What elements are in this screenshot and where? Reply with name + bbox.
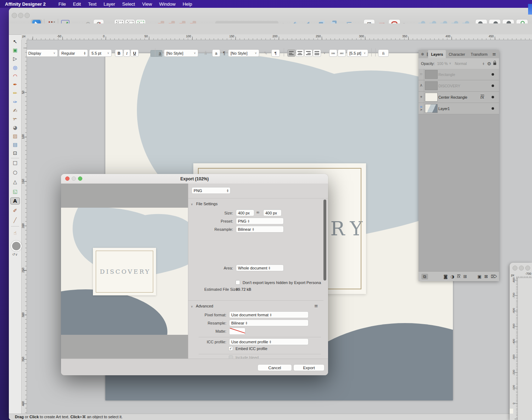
mask-layer-button[interactable]: ◙ (444, 274, 448, 279)
expand-icon[interactable]: > (420, 109, 422, 111)
fill-tool[interactable]: ◕ (10, 124, 20, 131)
alignment-dropdown[interactable]: ∨ (322, 49, 326, 57)
format-select[interactable]: PNG ▲▼ (192, 187, 231, 194)
link-dimensions-icon[interactable]: ∞ (256, 210, 260, 214)
layer-visibility-dot[interactable] (492, 107, 494, 110)
secondary-document-window[interactable]: px -700 -800-700-600-500-400-300-200-100… (510, 263, 532, 420)
pen-tool[interactable]: ✒ (10, 81, 20, 88)
align-left-button[interactable] (287, 49, 295, 57)
hand-tool[interactable]: ☝ (10, 229, 20, 236)
bold-button[interactable]: B (115, 49, 123, 57)
adjustment-layer-button[interactable]: ◑ (450, 274, 454, 279)
corner-tool[interactable]: ◠ (10, 72, 20, 80)
menu-layer[interactable]: Layer (104, 1, 115, 7)
ligatures-button[interactable]: fi (378, 49, 389, 57)
layer-row-center-rectangle[interactable]: ✳Center RectanglefX (419, 92, 499, 103)
vertical-ruler[interactable]: 50100150200250300350400 (21, 40, 27, 414)
layer-effects-button[interactable]: fX (457, 274, 460, 279)
opacity-value[interactable]: 100 % (437, 61, 448, 66)
dialog-scrollbar[interactable] (323, 200, 326, 280)
node-tool[interactable]: ▷ (10, 55, 20, 62)
minimize-window-button[interactable] (18, 13, 23, 18)
live-filter-button[interactable]: ⊞ (463, 274, 467, 279)
place-image-tool[interactable]: ▤ (10, 141, 20, 148)
chevron-down-icon[interactable]: ∨ (449, 62, 451, 65)
close-window-button[interactable] (512, 266, 517, 271)
font-style-select[interactable]: Regular ▲▼ (59, 49, 88, 57)
char-color-button[interactable]: a (157, 49, 163, 57)
preset-select[interactable]: PNG ▲▼ (236, 218, 284, 224)
char-style-select[interactable]: [No Style] ∨ (164, 49, 198, 57)
layer-row-layer1[interactable]: ≡>Layer1 (419, 103, 499, 114)
pencil-tool[interactable]: ✏ (10, 89, 20, 97)
tab-character[interactable]: Character (446, 51, 468, 58)
close-window-button[interactable] (12, 13, 17, 18)
transparency-tool[interactable]: ▨ (10, 132, 20, 140)
adv-resample-select[interactable]: Bilinear ▲▼ (229, 320, 309, 326)
layer-stack-button[interactable]: ⧉ (421, 274, 428, 279)
horizontal-ruler[interactable]: -50050100150200250300350400450 (27, 34, 532, 40)
style-picker-tool[interactable]: ✐ (10, 207, 20, 214)
rotate-view-icon[interactable]: ↺∨ (12, 253, 18, 256)
minimize-window-button[interactable] (519, 266, 524, 271)
advanced-menu-icon[interactable]: ≡ (314, 304, 318, 308)
menu-window[interactable]: Window (159, 1, 176, 7)
menu-view[interactable]: View (142, 1, 152, 7)
tab-layers[interactable]: Layers (428, 50, 446, 58)
layer-row-discovery[interactable]: ADISCOVERY (419, 80, 499, 92)
close-panel-icon[interactable]: ⊗ (421, 53, 424, 56)
show-typography-button[interactable]: a (212, 49, 220, 57)
menu-help[interactable]: Help (183, 1, 192, 7)
height-field[interactable]: 400 px (263, 209, 282, 216)
export-preview-pane[interactable]: DISCOVERY (61, 184, 188, 359)
zoom-window-button[interactable] (525, 266, 530, 271)
layer-fx-badge[interactable]: fX (481, 95, 484, 99)
layer-visibility-dot[interactable] (492, 84, 494, 87)
paragraph-style-select[interactable]: [No Style] ∨ (228, 49, 259, 57)
knife-tool[interactable]: ✃ (10, 115, 20, 122)
export-button[interactable]: Export (293, 364, 325, 371)
zoom-window-button[interactable] (24, 13, 30, 18)
layer-visibility-dot[interactable] (492, 73, 494, 76)
align-right-button[interactable] (304, 49, 312, 57)
font-size-select[interactable]: 5.5 pt ∨ (89, 49, 112, 57)
resample-select[interactable]: Bilinear ▲▼ (236, 226, 284, 233)
layer-visibility-dot[interactable] (492, 96, 494, 98)
delete-layer-button[interactable]: ⌦ (491, 274, 497, 279)
rectangle-tool[interactable]: □ (10, 159, 20, 166)
menu-text[interactable]: Text (88, 1, 96, 7)
align-justify-button[interactable] (313, 49, 321, 57)
menu-select[interactable]: Select (122, 1, 135, 7)
embed-icc-checkbox[interactable]: ✓ (228, 346, 233, 351)
numbered-list-button[interactable]: ≕ (338, 49, 346, 57)
point-transform-tool[interactable]: ◎ (10, 64, 20, 71)
select-layer-button[interactable]: ⊠ (484, 274, 488, 279)
vector-brush-tool[interactable]: ✑ (10, 98, 20, 105)
shape-builder-tool[interactable]: ◱ (10, 188, 20, 195)
blend-mode-select[interactable]: Normal (455, 61, 467, 66)
italic-button[interactable]: I (123, 49, 130, 57)
triangle-tool[interactable]: △ (10, 178, 20, 185)
close-dialog-button[interactable] (65, 176, 70, 181)
add-layer-button[interactable]: ▣ (477, 274, 481, 279)
width-field[interactable]: 400 px (236, 209, 254, 216)
align-center-button[interactable] (296, 49, 304, 57)
measure-tool[interactable]: ╱ (10, 217, 20, 224)
icc-select[interactable]: Use document profile ▲▼ (229, 338, 309, 345)
matte-swatch[interactable] (229, 328, 245, 335)
dialog-title-bar[interactable]: Export (102%) (61, 174, 328, 184)
bullet-list-button[interactable]: ≔ (329, 49, 337, 57)
menu-edit[interactable]: Edit (73, 1, 81, 7)
cancel-button[interactable]: Cancel (257, 364, 292, 371)
lock-icon[interactable] (493, 62, 496, 65)
file-settings-section[interactable]: ∨ File Settings (191, 202, 217, 206)
ruler-unit[interactable]: px (21, 34, 27, 40)
blend-stepper-icon[interactable]: ▲▼ (483, 62, 484, 65)
panel-menu-icon[interactable]: ≡ (492, 52, 496, 56)
show-special-characters-button[interactable]: ¶ (271, 49, 280, 57)
gear-icon[interactable]: ⚙ (487, 61, 491, 66)
advanced-section[interactable]: ∨ Advanced (191, 304, 213, 308)
leading-select[interactable]: [5.5 pt] ∨ (347, 49, 368, 57)
minimize-dialog-button[interactable] (72, 176, 76, 181)
tab-transform[interactable]: Transform (468, 51, 490, 58)
